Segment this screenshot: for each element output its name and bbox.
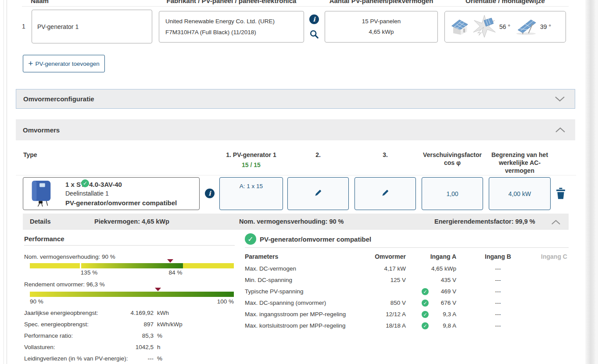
- module-info-icon[interactable]: i: [309, 14, 319, 24]
- tilt-value: 39 °: [540, 23, 551, 30]
- details-energy-factor: Energierendementsfactor: 99,9 %: [434, 218, 535, 225]
- pv-design-configuration-page: Naam Fabrikant / PV-paneel / paneel-elek…: [0, 0, 598, 364]
- gauge2-marker: [155, 288, 161, 291]
- details-peak-power: Piekvermogen: 4,65 kWp: [94, 218, 169, 225]
- gauge1-tick-84: 84 %: [158, 269, 193, 276]
- module-manufacturer: United Renewable Energy Co. Ltd. (URE): [165, 16, 297, 27]
- house-roof-icon: [449, 17, 469, 37]
- azimuth-value: 56 °: [499, 23, 510, 30]
- column-header-orientatie: Oriëntatie / montagewijze: [444, 0, 566, 4]
- compatibility-heading: ✓ PV-generator/omvormer compatibel: [245, 233, 371, 245]
- gauge1-marker: [167, 259, 173, 263]
- generator3-edit-cell[interactable]: [355, 177, 416, 210]
- peak-power: 4,65 kWp: [369, 27, 394, 37]
- column-header-type: Type: [23, 151, 37, 159]
- inverter-compatibility-status: PV-generator/omvormer compatibel: [65, 198, 177, 207]
- divider: [24, 245, 235, 246]
- chevron-up-icon: [551, 219, 561, 226]
- plus-icon: +: [28, 59, 33, 68]
- tilt-angle-icon: [515, 17, 537, 37]
- column-header-generator1: 1. PV-generator 1: [219, 151, 283, 159]
- inverter-image: [29, 179, 53, 208]
- pencil-icon: [314, 189, 322, 199]
- column-header-fabrikant: Fabrikant / PV-paneel / paneel-elektroni…: [159, 0, 304, 4]
- module-search-icon[interactable]: [309, 29, 319, 41]
- delete-inverter-icon[interactable]: [556, 188, 565, 201]
- panel-edge-line: [4, 0, 4, 364]
- parameter-row: Max. ingangsstroom per MPP-regeling 12/1…: [245, 310, 569, 321]
- stat-row: Performance ratio: 85,3 %: [24, 331, 235, 343]
- gauge2-tick-90: 90 %: [30, 298, 43, 305]
- cos-phi-cell[interactable]: 1,00: [422, 177, 483, 210]
- inverter-ok-icon: ✓: [81, 179, 89, 187]
- column-header-generator2: 2.: [287, 151, 349, 159]
- panel-count-selector[interactable]: 15 PV-panelen 4,65 kWp: [325, 11, 438, 43]
- efficiency-gauge: [30, 292, 234, 297]
- stat-row: Leidingverliezen (in % van PV-energie): …: [24, 354, 235, 364]
- column-header-generator3: 3.: [355, 151, 416, 159]
- performance-stats: Jaarlijkse energieopbrengst: 4.169,92 kW…: [24, 308, 235, 364]
- generator2-edit-cell[interactable]: [287, 177, 349, 210]
- parameter-row: Max. DC-spanning (omvormer) 850 V ✓ 676 …: [245, 298, 569, 310]
- chevron-up-icon: [555, 127, 566, 133]
- panel-edge-line: [7, 0, 7, 364]
- parameters-table: Parameters Omvormer Ingang A Ingang B In…: [245, 252, 569, 332]
- column-header-ac-limit: Begrenzing van het werkelijke AC-vermoge…: [489, 151, 551, 175]
- panel-count: 15 PV-panelen: [362, 16, 401, 27]
- column-header-cos-phi: Verschuivingsfactor cos φ: [419, 151, 485, 167]
- pencil-icon: [381, 189, 390, 199]
- performance-title: Performance: [24, 235, 64, 243]
- row-index: 1: [22, 23, 25, 30]
- inverter-type-cell[interactable]: ✓ 1 x STP4.0-3AV-40 Deelinstallatie 1 PV…: [23, 177, 200, 210]
- inverter-subsystem: Deelinstallatie 1: [65, 189, 177, 198]
- table-divider: [16, 175, 576, 175]
- column-header-naam: Naam: [31, 0, 49, 4]
- gauge2-label: Rendement omvormer: 96,3 %: [24, 281, 105, 288]
- details-toggle-bar[interactable]: Details Piekvermogen: 4,65 kWp Nom. verm…: [23, 214, 569, 230]
- generator1-assignment-ratio: 15 / 15: [219, 161, 283, 168]
- inverter-info-icon[interactable]: i: [205, 189, 215, 198]
- module-selector[interactable]: United Renewable Energy Co. Ltd. (URE) F…: [159, 11, 304, 43]
- compatibility-ok-icon: ✓: [245, 233, 256, 245]
- section-inverter-configuration[interactable]: Omvormerconfiguratie: [16, 89, 575, 109]
- header-divider: [22, 6, 569, 7]
- section-inverters[interactable]: Omvormers: [16, 119, 575, 140]
- parameter-row: Max. kortsluitstroom per MPP-regeling 18…: [245, 321, 569, 332]
- parameters-header-row: Parameters Omvormer Ingang A Ingang B In…: [245, 252, 569, 264]
- gauge1-tick-135: 135 %: [72, 269, 107, 276]
- stat-row: Jaarlijkse energieopbrengst: 4.169,92 kW…: [24, 308, 235, 320]
- details-power-ratio: Nom. vermogensverhouding: 90 %: [239, 218, 344, 225]
- gauge2-tick-100: 100 %: [199, 298, 234, 305]
- generator1-assignment-cell[interactable]: A: 1 x 15: [219, 177, 283, 210]
- power-ratio-gauge: [30, 263, 234, 268]
- parameter-row: Max. DC-vermogen 4,17 kW 4,65 kWp ---: [245, 264, 569, 275]
- scrollbar-thumb[interactable]: [586, 0, 596, 364]
- stat-row: Spec. energieopbrengst: 897 kWh/kWp: [24, 320, 235, 331]
- details-label: Details: [30, 218, 51, 225]
- ac-limit-cell[interactable]: 4,00 kW: [489, 177, 551, 210]
- parameter-row: Min. DC-spanning 125 V 435 V ---: [245, 275, 569, 287]
- module-type: F7M310H7A (Full Black) (11/2018): [165, 27, 297, 38]
- orientation-selector[interactable]: 56 ° 39 °: [444, 11, 566, 43]
- stat-row: Vollasturen: 1042,5 h: [24, 343, 235, 354]
- parameter-row: Typische PV-spanning ✓ 469 V ---: [245, 287, 569, 298]
- gauge1-label: Nom. vermogensverhouding: 90 %: [24, 253, 115, 260]
- add-generator-button[interactable]: + PV-generator toevoegen: [23, 55, 105, 72]
- generator-name-input[interactable]: [32, 10, 152, 43]
- azimuth-compass-icon: [472, 14, 497, 39]
- chevron-down-icon: [555, 96, 565, 102]
- divider: [245, 247, 569, 248]
- column-header-aantal: Aantal PV-panelen/piekvermogen: [325, 0, 438, 4]
